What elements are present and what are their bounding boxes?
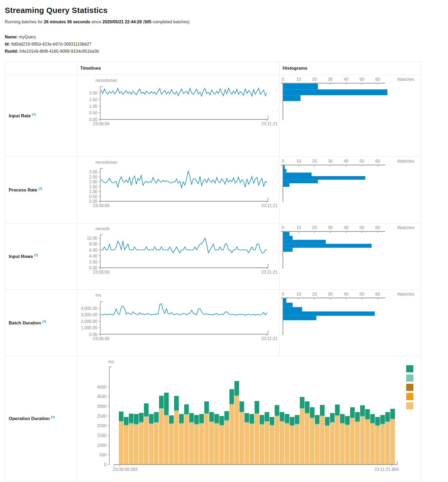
x-axis-start-label: 23:06:06 [93, 203, 109, 208]
histogram-bar [283, 95, 301, 101]
svg-text:2.00: 2.00 [89, 91, 97, 95]
op-bar-top-segment [159, 396, 164, 408]
op-bar-bottom-segment [124, 426, 129, 465]
op-bar-bottom-segment [265, 422, 269, 465]
legend-swatch [406, 365, 413, 372]
svg-text:2000: 2000 [97, 423, 106, 428]
op-bar-middle-segment [144, 416, 149, 417]
svg-text:20: 20 [312, 292, 317, 296]
op-bar-top-segment [164, 393, 169, 415]
svg-text:0.00: 0.00 [89, 117, 97, 122]
op-bar-bottom-segment [345, 425, 350, 465]
svg-text:10.00: 10.00 [87, 236, 97, 240]
op-bar-top-segment [385, 412, 390, 422]
histogram-bar [283, 307, 302, 312]
op-bar-top-segment [275, 405, 279, 416]
op-bar-bottom-segment [134, 425, 139, 465]
process-rate-timeline-chart: records/sec3.002.502.001.501.000.500.002… [77, 157, 279, 222]
input-rate-help-icon[interactable]: (?) [32, 113, 36, 116]
op-bar-bottom-segment [224, 421, 229, 465]
op-bar-top-segment [355, 412, 360, 422]
start-timestamp: 2020/05/21 22:44:28 [102, 20, 142, 24]
page-title: Streaming Query Statistics [5, 6, 448, 15]
op-bar-top-segment [129, 414, 134, 423]
op-bar-middle-segment [325, 425, 330, 426]
svg-text:0: 0 [104, 462, 106, 467]
histogram-bar [283, 183, 289, 187]
op-bar-bottom-segment [320, 416, 325, 465]
op-bar-top-segment [245, 413, 249, 422]
op-bar-bottom-segment [360, 417, 365, 465]
svg-text:1.50: 1.50 [89, 185, 97, 189]
op-bar-bottom-segment [285, 424, 289, 465]
histogram-bar [283, 90, 387, 95]
process-rate-help-icon[interactable]: (?) [38, 187, 42, 190]
row-label-operation-duration: Operation Duration (?) [9, 416, 55, 421]
operation-duration-help-icon[interactable]: (?) [51, 416, 55, 419]
input-rows-help-icon[interactable]: (?) [34, 253, 38, 257]
op-bar-middle-segment [285, 423, 289, 424]
op-bar-bottom-segment [340, 424, 345, 465]
svg-text:0: 0 [282, 292, 284, 296]
op-bar-middle-segment [194, 424, 199, 425]
op-bar-bottom-segment [305, 414, 310, 465]
op-bar-bottom-segment [390, 419, 395, 465]
op-bar-top-segment [265, 412, 269, 421]
op-bar-top-segment [365, 409, 370, 419]
svg-text:0: 0 [282, 225, 284, 230]
op-bar-bottom-segment [229, 405, 234, 465]
op-bar-middle-segment [204, 413, 209, 414]
op-bar-top-segment [154, 412, 159, 422]
batch-duration-help-icon[interactable]: (?) [42, 320, 46, 323]
svg-text:60: 60 [375, 225, 380, 230]
op-bar-middle-segment [345, 425, 350, 425]
op-bar-middle-segment [234, 395, 239, 396]
op-bar-bottom-segment [234, 396, 239, 465]
op-bar-middle-segment [335, 415, 340, 416]
svg-text:4,000.00: 4,000.00 [81, 306, 97, 311]
legend-swatch [406, 374, 413, 382]
op-bar-middle-segment [129, 423, 134, 424]
histogram-bar [283, 316, 316, 320]
histogram-bar [283, 169, 286, 173]
op-bar-top-segment [250, 414, 254, 423]
batch-duration-timeline-chart: ms4,000.003,000.002,000.001,000.000.0023… [77, 290, 279, 355]
svg-text:10: 10 [296, 292, 301, 296]
op-bar-top-segment [295, 415, 300, 424]
op-bar-middle-segment [224, 420, 229, 421]
svg-text:30: 30 [328, 225, 333, 230]
op-bar-middle-segment [189, 422, 194, 423]
svg-text:500: 500 [99, 453, 106, 457]
legend-swatch [406, 384, 413, 391]
batch-duration-histogram-chart: 0102030405060#batches [279, 290, 421, 355]
op-bar-top-segment [270, 417, 274, 425]
op-bar-middle-segment [199, 423, 204, 424]
svg-text:50: 50 [360, 225, 364, 230]
query-name: myQuery [19, 35, 36, 39]
histogram-bar [283, 176, 365, 180]
op-bar-top-segment [174, 396, 179, 410]
x-axis-start-label: 23:06:06 [93, 270, 109, 274]
op-bar-bottom-segment [300, 409, 305, 465]
op-bar-top-segment [305, 401, 310, 413]
op-bar-middle-segment [350, 418, 355, 418]
op-bar-bottom-segment [310, 418, 315, 465]
svg-text:0.50: 0.50 [89, 194, 97, 199]
op-bar-middle-segment [149, 423, 154, 424]
svg-text:0.00: 0.00 [89, 266, 97, 270]
svg-text:20: 20 [312, 159, 317, 163]
op-bar-middle-segment [290, 425, 295, 426]
query-id: 9d0dd219-995d-423e-b97d-36931110bb27 [11, 42, 92, 46]
operation-duration-stacked-chart: ms4000350030002500200015001000500023:06:… [77, 356, 421, 480]
svg-text:2,000.00: 2,000.00 [81, 319, 97, 324]
svg-text:40: 40 [344, 77, 349, 82]
table-row-batch-duration: Batch Duration (?) ms4,000.003,000.002,0… [5, 290, 421, 356]
op-bar-middle-segment [380, 424, 385, 425]
op-bar-top-segment [149, 414, 154, 423]
input-rows-timeline-chart: records10.008.006.004.002.000.0023:06:06… [77, 223, 279, 288]
svg-text:1.00: 1.00 [89, 104, 97, 109]
table-row-input-rate: Input Rate (?) records/sec2.001.501.000.… [5, 75, 421, 157]
op-bar-middle-segment [209, 422, 214, 422]
svg-text:20: 20 [312, 77, 317, 82]
histogram-bar [283, 236, 293, 240]
